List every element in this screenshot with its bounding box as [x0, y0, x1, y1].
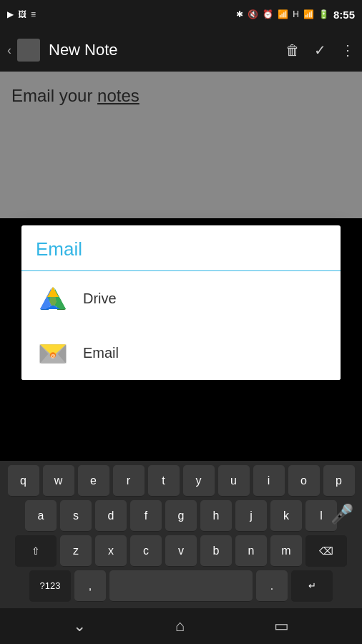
status-bar: ▶ 🖼 ≡ ✱ 🔇 ⏰ 📶 H 📶 🔋 8:55 [0, 0, 362, 29]
battery-icon: 🔋 [318, 9, 329, 19]
drive-label: Drive [83, 291, 117, 307]
keyboard: q w e r t y u i o p a s d f g h j k l ⇧ … [0, 461, 362, 608]
signal-icon: 📶 [303, 9, 314, 19]
key-k[interactable]: k [270, 500, 302, 532]
delete-icon[interactable]: 🗑 [285, 42, 300, 59]
bluetooth-icon: ✱ [236, 9, 243, 19]
key-a[interactable]: a [25, 500, 57, 532]
back-arrow-icon: ‹ [7, 43, 11, 58]
status-time: 8:55 [333, 9, 355, 21]
mic-button[interactable]: 🎤 [326, 498, 358, 530]
key-q[interactable]: q [8, 465, 39, 497]
note-text: Email your notes [11, 86, 140, 105]
key-c[interactable]: c [130, 535, 162, 567]
key-s[interactable]: s [60, 500, 92, 532]
nav-home-icon[interactable]: ⌂ [175, 617, 185, 635]
email-option[interactable]: @ Email [21, 326, 341, 380]
period-key[interactable]: . [256, 570, 288, 602]
note-thumbnail [17, 39, 40, 62]
h-icon: H [293, 9, 299, 19]
key-t[interactable]: t [148, 465, 180, 497]
alarm-icon: ⏰ [263, 9, 273, 19]
key-b[interactable]: b [200, 535, 232, 567]
nav-recent-icon[interactable]: ▭ [274, 617, 289, 635]
email-label: Email [83, 345, 119, 361]
key-h[interactable]: h [200, 500, 232, 532]
key-r[interactable]: r [113, 465, 145, 497]
play-icon: ▶ [7, 9, 14, 19]
mute-icon: 🔇 [248, 9, 258, 19]
keyboard-row-2: a s d f g h j k l [2, 500, 360, 532]
key-w[interactable]: w [43, 465, 74, 497]
keyboard-row-1: q w e r t y u i o p [2, 465, 360, 497]
key-f[interactable]: f [130, 500, 162, 532]
note-underline: notes [97, 86, 140, 105]
key-d[interactable]: d [95, 500, 127, 532]
share-dialog: Email [21, 225, 341, 380]
key-e[interactable]: e [78, 465, 109, 497]
keyboard-row-3: ⇧ z x c v b n m ⌫ [2, 535, 360, 567]
back-button[interactable]: ‹ [7, 43, 11, 58]
dialog-title: Email [21, 225, 341, 271]
check-icon[interactable]: ✓ [314, 42, 326, 59]
nav-back-icon[interactable]: ⌄ [73, 617, 86, 635]
svg-marker-9 [47, 287, 59, 297]
action-bar-icons: 🗑 ✓ ⋮ [285, 42, 355, 59]
delete-key[interactable]: ⌫ [305, 535, 347, 567]
comma-key[interactable]: , [74, 570, 106, 602]
nav-bar: ⌄ ⌂ ▭ [0, 608, 362, 644]
status-bar-right: ✱ 🔇 ⏰ 📶 H 📶 🔋 8:55 [236, 9, 355, 21]
action-bar: ‹ New Note 🗑 ✓ ⋮ [0, 29, 362, 72]
status-bar-left: ▶ 🖼 ≡ [7, 9, 36, 19]
key-g[interactable]: g [165, 500, 197, 532]
image-icon: 🖼 [18, 9, 26, 19]
key-n[interactable]: n [235, 535, 267, 567]
key-z[interactable]: z [60, 535, 92, 567]
key-i[interactable]: i [253, 465, 285, 497]
drive-option[interactable]: Drive [21, 271, 341, 326]
svg-text:@: @ [51, 353, 56, 358]
key-j[interactable]: j [235, 500, 267, 532]
numbers-key[interactable]: ?123 [29, 570, 71, 602]
keyboard-row-4: ?123 , . ↵ [2, 570, 360, 602]
wifi-icon: 📶 [278, 9, 288, 19]
key-o[interactable]: o [288, 465, 320, 497]
bars-icon: ≡ [31, 9, 36, 19]
drive-icon [36, 281, 70, 316]
mic-icon: 🎤 [331, 503, 353, 525]
space-key[interactable] [109, 570, 253, 602]
key-v[interactable]: v [165, 535, 197, 567]
key-x[interactable]: x [95, 535, 127, 567]
main-content[interactable]: Email your notes [0, 72, 362, 218]
key-m[interactable]: m [270, 535, 302, 567]
email-app-icon: @ [36, 336, 70, 370]
enter-key[interactable]: ↵ [291, 570, 333, 602]
more-icon[interactable]: ⋮ [341, 42, 355, 59]
action-bar-title: New Note [46, 41, 280, 59]
shift-key[interactable]: ⇧ [15, 535, 57, 567]
key-p[interactable]: p [323, 465, 355, 497]
key-y[interactable]: y [183, 465, 215, 497]
key-u[interactable]: u [218, 465, 250, 497]
